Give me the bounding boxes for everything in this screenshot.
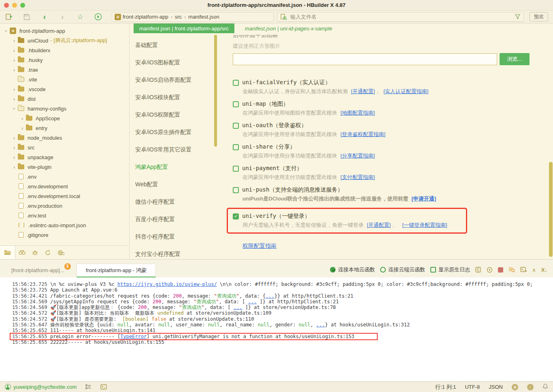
config-nav-item[interactable]: 安卓/iOS模块配置 (130, 89, 217, 106)
clear-console-icon[interactable] (475, 267, 481, 273)
save-icon[interactable] (23, 13, 31, 21)
tree-chevron-icon[interactable]: › (11, 106, 17, 111)
breadcrumb-segment[interactable]: src (175, 14, 182, 20)
radio-remote-cloud-fn[interactable]: 连接云端云函数 (380, 266, 425, 273)
collapse-panel-icon[interactable]: ∧ (532, 267, 536, 273)
tree-chevron-icon[interactable]: › (3, 28, 9, 34)
module-checkbox[interactable] (233, 123, 239, 129)
console-log[interactable]: 15:56:23.725 \n %c uview-plus V3 %c http… (0, 277, 553, 381)
console-tab-overflow[interactable]: [front-zlplatform-app]... 5 (11, 267, 64, 273)
permission-guide-link[interactable]: 权限配置指南 (242, 243, 276, 250)
console-link[interactable]: https://ijry.github.io/uview-plus/ (117, 281, 217, 287)
tree-chevron-icon[interactable]: › (11, 38, 17, 44)
tree-item[interactable]: ›.husky (0, 55, 129, 65)
module-checkbox[interactable] (233, 80, 239, 86)
run-icon[interactable] (94, 13, 102, 21)
tree-chevron-icon[interactable]: › (11, 154, 17, 160)
tree-chevron-icon[interactable]: › (11, 57, 17, 63)
notification-bell-icon[interactable] (542, 383, 548, 390)
account-menu[interactable]: yuweiping@sycftextile.com (5, 384, 77, 390)
nav-forward-icon[interactable]: › (58, 13, 66, 21)
console-link[interactable]: ... (266, 293, 274, 299)
tab-manifest-active[interactable]: manifest.json | front-zlplatform-app/src (134, 23, 234, 33)
config-nav-item[interactable]: 安卓/iOS启动界面配置 (130, 71, 217, 89)
tree-item[interactable]: ›ufront-zlplatform-app (0, 26, 129, 36)
tree-item[interactable]: ›AppScope (0, 113, 129, 123)
console-tab-active[interactable]: front-zlplatform-app - 鸿蒙 (77, 264, 156, 277)
search-tab[interactable] (15, 250, 28, 255)
config-nav-item[interactable]: Web配置 (130, 176, 217, 193)
tree-chevron-icon[interactable]: › (11, 164, 17, 170)
checkbox-native-log[interactable]: 显示原生日志 (430, 266, 470, 273)
bookmark-star-icon[interactable]: ☆ (76, 13, 84, 21)
config-link[interactable]: [申请开通] (412, 196, 436, 202)
tree-chevron-icon[interactable]: › (11, 135, 17, 141)
tree-item[interactable]: ›.vscode (0, 84, 129, 94)
breadcrumb-segment[interactable]: manifest.json (188, 14, 219, 20)
tree-item[interactable]: ›harmony-configs (0, 104, 129, 113)
filetype[interactable]: JSON (489, 384, 503, 390)
file-search-input[interactable] (290, 14, 515, 20)
preview-button[interactable]: 预览 (530, 12, 548, 21)
icon-path-input[interactable] (233, 53, 497, 65)
console-link[interactable]: ... (234, 305, 242, 310)
tree-chevron-icon[interactable]: › (19, 125, 25, 131)
update-download-icon[interactable]: ↓ (527, 384, 534, 390)
module-checkbox[interactable]: ✓ (233, 213, 239, 219)
stop-icon[interactable] (498, 267, 503, 273)
module-checkbox[interactable] (233, 187, 239, 193)
module-checkbox[interactable] (233, 101, 239, 107)
terminal-icon[interactable] (100, 384, 107, 390)
config-link[interactable]: [支付配置指南] (340, 174, 375, 180)
files-tab[interactable] (0, 246, 15, 259)
config-link[interactable]: [地图配置指南] (340, 110, 375, 116)
new-terminal-icon[interactable] (520, 267, 527, 273)
config-nav-item[interactable]: 百度小程序配置 (130, 211, 217, 228)
encoding[interactable]: UTF-8 (465, 384, 480, 390)
cursor-position[interactable]: 行:1 列:1 (435, 383, 456, 391)
tree-item[interactable]: ›.trae (0, 65, 129, 75)
module-checkbox[interactable] (233, 144, 239, 150)
tree-item[interactable]: .vite (0, 75, 129, 84)
config-nav-item[interactable]: 支付宝小程序配置 (130, 245, 217, 259)
refresh-tab[interactable] (41, 250, 54, 256)
debug-tab[interactable] (28, 250, 41, 256)
filter-funnel-icon[interactable] (515, 14, 520, 19)
tree-item[interactable]: .env.development.local (0, 191, 129, 201)
tree-item[interactable]: ›node_modules (0, 133, 129, 143)
config-nav-item[interactable]: 微信小程序配置 (130, 193, 217, 211)
config-link[interactable]: [分享配置指南] (340, 153, 375, 159)
uni-badge-icon[interactable]: u (512, 384, 518, 390)
restart-icon[interactable] (487, 267, 493, 273)
tree-chevron-icon[interactable]: › (11, 96, 17, 102)
tree-item[interactable]: ›entry (0, 123, 129, 133)
tab-manifest-sample[interactable]: manifest.json | uni-id-pages-x-sample (234, 23, 343, 33)
config-nav-item[interactable]: 安卓/iOS图标配置 (130, 54, 217, 71)
config-nav-item[interactable]: 鸿蒙App配置 (130, 158, 217, 176)
content-scrollbar[interactable] (549, 162, 553, 257)
tree-item[interactable]: ›src (0, 143, 129, 152)
tree-item[interactable]: ›dist (0, 94, 129, 104)
config-link[interactable]: [开通配置] (351, 88, 375, 94)
tree-item[interactable]: ›.hbuilderx (0, 45, 129, 55)
tree-item[interactable]: [ ].eslintrc-auto-import.json (0, 220, 129, 230)
file-search-box[interactable] (277, 12, 524, 22)
config-link[interactable]: [实人认证配置指南] (383, 88, 428, 94)
config-nav-item[interactable]: 基础配置 (130, 36, 217, 54)
tree-chevron-icon[interactable]: › (19, 115, 25, 121)
tree-item[interactable]: ›vite-plugin (0, 162, 129, 172)
module-checkbox[interactable] (233, 166, 239, 172)
config-nav-item[interactable]: 安卓/iOS权限配置 (130, 106, 217, 124)
config-link[interactable]: [登录鉴权配置指南] (340, 131, 385, 137)
new-file-icon[interactable] (5, 13, 13, 21)
console-link[interactable]: ... (248, 299, 257, 305)
tree-chevron-icon[interactable]: › (11, 86, 17, 92)
config-nav-item[interactable]: 安卓/iOS常用其它设置 (130, 141, 217, 158)
tree-item[interactable]: ›uniCloud- [腾讯云:zlplatform-app] (0, 36, 129, 45)
outline-list-icon[interactable] (85, 384, 91, 390)
find-in-log-icon[interactable] (508, 267, 515, 273)
tree-chevron-icon[interactable]: › (11, 145, 17, 151)
browse-button[interactable]: 浏览... (500, 53, 530, 65)
tree-item[interactable]: .env.development (0, 181, 129, 191)
tree-item[interactable]: .env.test (0, 211, 129, 220)
